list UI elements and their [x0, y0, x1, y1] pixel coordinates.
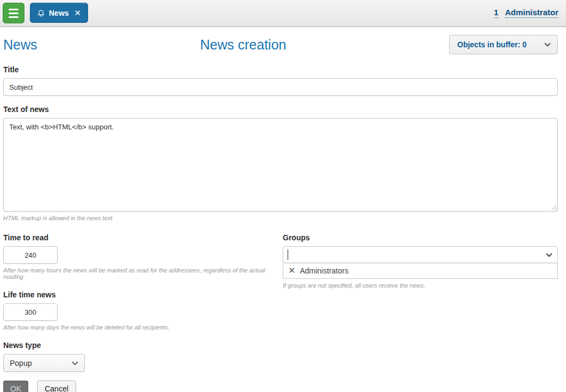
hamburger-icon	[9, 13, 18, 14]
administrator-link[interactable]: Administrator	[505, 8, 558, 18]
groups-input[interactable]	[283, 246, 558, 263]
tab-news-label: News	[49, 9, 69, 17]
title-input[interactable]	[3, 78, 558, 96]
session-count-link[interactable]: 1	[494, 8, 498, 18]
hamburger-menu-button[interactable]	[3, 3, 24, 23]
buffer-button-label: Objects in buffer: 0	[457, 40, 527, 49]
text-of-news-label: Text of news	[3, 105, 558, 114]
life-time-label: Life time news	[3, 290, 278, 299]
hamburger-icon	[9, 9, 18, 10]
remove-icon[interactable]: ✕	[288, 266, 295, 275]
tab-close-icon[interactable]: ✕	[74, 8, 82, 18]
ok-button[interactable]: OK	[3, 381, 28, 392]
news-type-label: News type	[3, 341, 278, 350]
news-text-help: HTML markup is allowed in the news text.	[3, 215, 558, 221]
header-row: News News creation Objects in buffer: 0	[3, 35, 558, 54]
title-label: Title	[3, 65, 558, 74]
groups-selected-list: ✕ Administrators	[283, 263, 558, 279]
tab-news[interactable]: News ✕	[30, 3, 88, 23]
cancel-button[interactable]: Cancel	[37, 381, 76, 392]
time-to-read-help: After how many hours the news will be ma…	[3, 267, 278, 280]
group-item-administrators[interactable]: ✕ Administrators	[283, 263, 557, 278]
right-column: Groups ✕ Administrators If groups are no…	[283, 233, 558, 392]
news-type-value: Popup	[10, 359, 32, 368]
time-to-read-label: Time to read	[3, 233, 278, 242]
group-item-label: Administrators	[300, 266, 348, 275]
bell-icon	[37, 9, 45, 17]
section-title: News creation	[38, 37, 449, 53]
chevron-down-icon	[71, 359, 79, 368]
chevron-down-icon	[543, 40, 552, 49]
groups-combobox	[283, 246, 558, 263]
text-caret	[288, 250, 288, 260]
time-to-read-input[interactable]	[3, 246, 58, 264]
groups-help: If groups are not specified, all users r…	[283, 282, 558, 289]
topbar: News ✕ 1 Administrator	[0, 0, 566, 27]
news-text-textarea[interactable]: Text, with <b>HTML</b> support.	[3, 118, 558, 211]
user-links: 1 Administrator	[494, 8, 558, 18]
page-title: News	[3, 37, 38, 53]
hamburger-icon	[9, 16, 18, 18]
groups-label: Groups	[283, 233, 558, 242]
news-type-select[interactable]: Popup	[3, 354, 85, 372]
left-column: Time to read After how many hours the ne…	[3, 233, 278, 392]
life-time-help: After how many days the news will be del…	[3, 324, 278, 331]
main-content: News News creation Objects in buffer: 0 …	[0, 35, 566, 392]
life-time-input[interactable]	[3, 303, 58, 321]
objects-in-buffer-button[interactable]: Objects in buffer: 0	[449, 35, 558, 54]
